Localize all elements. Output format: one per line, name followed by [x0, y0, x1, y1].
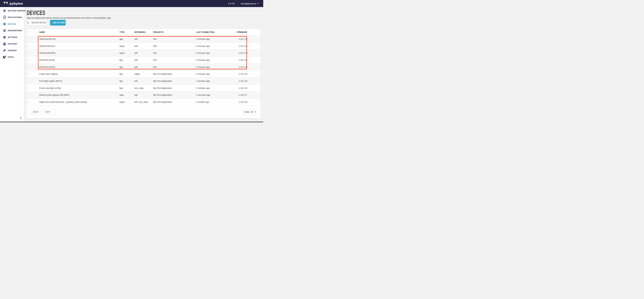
device-projects: My First Application	[150, 73, 194, 75]
account-balance: € 0.76	[228, 2, 234, 5]
device-name: Sigfox-test (with Pysense) - [pastoor pe…	[36, 101, 117, 103]
device-type: fipy	[117, 73, 132, 75]
sidebar-item-getting-started[interactable]: GETTING STARTED	[0, 8, 24, 14]
device-networks: wifi	[132, 52, 150, 54]
device-firmware: 1.20.1.r0	[217, 38, 260, 40]
user-icon	[3, 42, 6, 46]
pycom-logo-icon	[4, 2, 8, 5]
user-menu[interactable]: user@pycom.io	[240, 2, 259, 5]
row-checkbox[interactable]	[28, 59, 30, 61]
delete-device-button[interactable]: DELETE DEVICE	[27, 20, 48, 26]
table-row[interactable]: Sigfox-test (with Pysense) - [pastoor pe…	[26, 98, 260, 106]
device-projects: N/A	[150, 59, 194, 61]
sidebar-collapse-button[interactable]	[19, 116, 22, 120]
table-row[interactable]: Reboot [new pybytes lib] (WiFi) wipy wif…	[26, 92, 260, 99]
next-button[interactable]: NEXT →	[43, 110, 56, 114]
table-row[interactable]: 30AEA42D32A4 lopy4 wifi N/A 3 minutes ag…	[26, 43, 260, 50]
table-row[interactable]: 30AEA42CEC4C gpy wifi N/A 2 minutes ago …	[26, 36, 260, 43]
sidebar-item-support[interactable]: SUPPORT	[0, 47, 24, 54]
user-email: user@pycom.io	[240, 2, 256, 5]
window-bottom-edge	[0, 122, 263, 122]
device-projects: N/A	[150, 45, 194, 47]
device-type: fipy	[117, 66, 132, 68]
pybytes-logo[interactable]: pybytes	[4, 2, 23, 6]
add-via-usb-button[interactable]: ADD VIA USB	[50, 20, 66, 26]
table-row[interactable]: 807D3AC31340 fipy wifi N/A 2 minutes ago…	[26, 56, 260, 64]
pie-chart-icon	[3, 56, 6, 59]
devices-table-card: NAME TYPE NETWORKS PROJECTS LAST CONNECT…	[26, 29, 260, 118]
device-type: fipy	[117, 80, 132, 82]
device-networks: wifi	[132, 59, 150, 61]
device-projects: My First Application	[150, 80, 194, 82]
device-firmware: 1.18.2.r7	[217, 94, 260, 96]
device-type: fipy	[117, 59, 132, 61]
device-networks: lora_otaa	[132, 87, 150, 89]
device-last-connection: 5 minutes ago	[194, 73, 217, 75]
table-row[interactable]: Crater-lake (sigfox) fipy sigfox My Firs…	[26, 70, 260, 78]
row-checkbox[interactable]	[28, 80, 30, 82]
sidebar-item-devices[interactable]: DEVICES	[0, 21, 24, 27]
device-firmware: 1.20.1.r0	[217, 52, 260, 54]
device-name: 807D3AC31340	[36, 59, 117, 61]
device-projects: My First Application	[150, 94, 194, 96]
device-networks: wifi	[132, 45, 150, 47]
device-firmware: 1.20.1.r0	[217, 45, 260, 47]
code-file-icon	[3, 16, 6, 19]
column-header-networks: NETWORKS	[132, 31, 150, 34]
sidebar-item-settings[interactable]: SETTINGS	[0, 34, 24, 41]
device-firmware: 1.18.2.r6	[217, 101, 260, 103]
device-projects: N/A	[150, 66, 194, 68]
table-row[interactable]: 807D3AC322A8 fipy wifi N/A 2 minutes ago…	[26, 64, 260, 71]
row-checkbox[interactable]	[28, 52, 30, 54]
device-firmware: 1.18.2.r6	[217, 80, 260, 82]
page-subtitle: Start to explore the Pycom devices by pr…	[27, 16, 111, 19]
device-type: lopy4	[117, 101, 132, 103]
main-content: DEVICES Start to explore the Pycom devic…	[24, 7, 263, 122]
device-name: 807D3AC322A8	[36, 66, 117, 68]
device-networks: sigfox	[132, 73, 150, 75]
device-last-connection: 3 minutes ago	[194, 52, 217, 54]
row-checkbox[interactable]	[28, 94, 30, 96]
column-header-last-connection: LAST CONNECTION	[194, 31, 217, 34]
arrows-swap-icon	[3, 29, 6, 32]
add-via-usb-label: ADD VIA USB	[52, 22, 65, 24]
sidebar-item-stats[interactable]: STATS	[0, 54, 24, 60]
row-checkbox[interactable]	[28, 45, 30, 47]
device-firmware: 1.18.2.r6	[217, 87, 260, 89]
device-networks: wifi	[132, 80, 150, 82]
row-checkbox[interactable]	[28, 73, 30, 75]
sidebar: GETTING STARTED APPLICATIONS DEVICES INT…	[0, 7, 24, 122]
device-type: fipy	[117, 87, 132, 89]
device-last-connection: 3 minutes ago	[194, 45, 217, 47]
chevron-down-icon	[254, 112, 256, 113]
device-networks: wifi	[132, 38, 150, 40]
sidebar-item-applications[interactable]: APPLICATIONS	[0, 14, 24, 21]
device-firmware: 1.20.1.r0	[217, 66, 260, 68]
table-row[interactable]: First flight sigfox (Wi-Fi) fipy wifi My…	[26, 78, 260, 84]
device-name: Fresh-new-fipy (LoRa)	[36, 87, 117, 89]
device-projects: N/A	[150, 38, 194, 40]
table-row[interactable]: Fresh-new-fipy (LoRa) fipy lora_otaa My …	[26, 84, 260, 92]
device-projects: My First Application	[150, 87, 194, 89]
row-checkbox[interactable]	[28, 38, 30, 40]
logo-text: pybytes	[10, 2, 23, 6]
device-type: lopy4	[117, 45, 132, 47]
top-bar: pybytes € 0.76 user@pycom.io	[0, 0, 263, 7]
select-all-checkbox[interactable]	[28, 31, 30, 33]
items-per-page-dropdown[interactable]: Items: 30	[242, 110, 258, 114]
device-networks: wifi	[132, 66, 150, 68]
sidebar-item-integrations[interactable]: INTEGRATIONS	[0, 27, 24, 34]
device-last-connection: 1 minutes ago	[194, 80, 217, 82]
table-row[interactable]: 30AEA42D32D8 lopy4 wifi N/A 3 minutes ag…	[26, 50, 260, 56]
row-checkbox[interactable]	[28, 66, 30, 68]
device-firmware: 1.20.1.r0	[217, 59, 260, 61]
chevron-left-icon	[20, 117, 22, 119]
chip-icon	[3, 22, 6, 26]
row-checkbox[interactable]	[28, 87, 30, 89]
back-button[interactable]: ← BACK	[28, 110, 41, 114]
sidebar-item-account[interactable]: ACCOUNT	[0, 41, 24, 47]
device-last-connection: 2 minutes ago	[194, 38, 217, 40]
chevron-down-icon	[258, 3, 259, 4]
wrench-icon	[3, 49, 6, 52]
row-checkbox[interactable]	[28, 101, 30, 103]
